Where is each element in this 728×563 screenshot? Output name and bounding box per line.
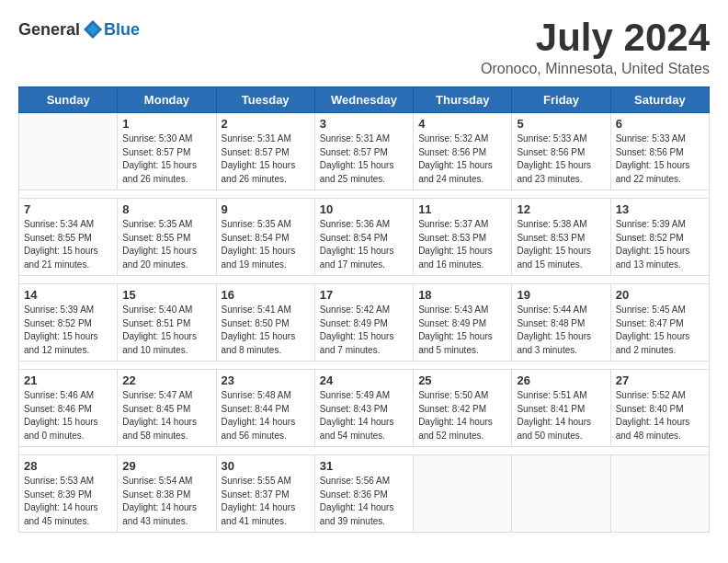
calendar-day-cell: 17Sunrise: 5:42 AMSunset: 8:49 PMDayligh…: [314, 284, 413, 362]
day-number: 18: [418, 288, 506, 302]
day-info: Sunrise: 5:39 AMSunset: 8:52 PMDaylight:…: [24, 304, 112, 357]
calendar-day-cell: 1Sunrise: 5:30 AMSunset: 8:57 PMDaylight…: [118, 113, 216, 190]
logo: General Blue: [18, 18, 140, 40]
calendar-header-row: SundayMondayTuesdayWednesdayThursdayFrid…: [19, 87, 710, 113]
calendar-day-cell: 16Sunrise: 5:41 AMSunset: 8:50 PMDayligh…: [216, 284, 314, 362]
day-info: Sunrise: 5:53 AMSunset: 8:39 PMDaylight:…: [24, 475, 112, 528]
day-number: 30: [222, 459, 310, 473]
day-number: 24: [320, 373, 408, 387]
day-of-week-header: Monday: [118, 87, 216, 113]
calendar-day-cell: 22Sunrise: 5:47 AMSunset: 8:45 PMDayligh…: [118, 370, 216, 447]
day-info: Sunrise: 5:46 AMSunset: 8:46 PMDaylight:…: [24, 389, 112, 442]
logo-icon: [82, 18, 104, 40]
day-number: 20: [616, 288, 704, 302]
day-number: 11: [418, 202, 506, 216]
day-number: 28: [24, 459, 112, 473]
day-info: Sunrise: 5:45 AMSunset: 8:47 PMDaylight:…: [616, 304, 704, 357]
day-info: Sunrise: 5:49 AMSunset: 8:43 PMDaylight:…: [320, 389, 408, 442]
calendar-day-cell: 30Sunrise: 5:55 AMSunset: 8:37 PMDayligh…: [216, 455, 314, 533]
day-info: Sunrise: 5:51 AMSunset: 8:41 PMDaylight:…: [517, 389, 605, 442]
day-of-week-header: Sunday: [19, 87, 118, 113]
day-number: 14: [24, 288, 112, 302]
calendar-day-cell: 3Sunrise: 5:31 AMSunset: 8:57 PMDaylight…: [314, 113, 413, 190]
calendar-day-cell: 31Sunrise: 5:56 AMSunset: 8:36 PMDayligh…: [314, 455, 413, 533]
day-number: 22: [122, 373, 210, 387]
calendar-day-cell: [19, 113, 118, 190]
day-info: Sunrise: 5:48 AMSunset: 8:44 PMDaylight:…: [222, 389, 310, 442]
calendar-day-cell: 29Sunrise: 5:54 AMSunset: 8:38 PMDayligh…: [118, 455, 216, 533]
day-info: Sunrise: 5:37 AMSunset: 8:53 PMDaylight:…: [418, 218, 506, 271]
day-of-week-header: Thursday: [414, 87, 512, 113]
calendar-day-cell: 23Sunrise: 5:48 AMSunset: 8:44 PMDayligh…: [216, 370, 314, 447]
calendar-day-cell: [610, 455, 709, 533]
calendar-day-cell: 13Sunrise: 5:39 AMSunset: 8:52 PMDayligh…: [610, 199, 709, 276]
calendar-week-row: 14Sunrise: 5:39 AMSunset: 8:52 PMDayligh…: [19, 284, 710, 362]
page-header: General Blue July 2024 Oronoco, Minnesot…: [18, 18, 710, 77]
day-number: 3: [320, 117, 408, 131]
day-info: Sunrise: 5:35 AMSunset: 8:54 PMDaylight:…: [222, 218, 310, 271]
day-of-week-header: Tuesday: [216, 87, 314, 113]
title-section: July 2024 Oronoco, Minnesota, United Sta…: [481, 18, 710, 77]
day-info: Sunrise: 5:41 AMSunset: 8:50 PMDaylight:…: [222, 304, 310, 357]
calendar-day-cell: 10Sunrise: 5:36 AMSunset: 8:54 PMDayligh…: [314, 199, 413, 276]
calendar-day-cell: 8Sunrise: 5:35 AMSunset: 8:55 PMDaylight…: [118, 199, 216, 276]
calendar-day-cell: 9Sunrise: 5:35 AMSunset: 8:54 PMDaylight…: [216, 199, 314, 276]
day-info: Sunrise: 5:31 AMSunset: 8:57 PMDaylight:…: [222, 132, 310, 186]
logo-text-general: General: [18, 20, 80, 40]
week-separator: [19, 362, 710, 370]
calendar-day-cell: 4Sunrise: 5:32 AMSunset: 8:56 PMDaylight…: [414, 113, 512, 190]
calendar-day-cell: 24Sunrise: 5:49 AMSunset: 8:43 PMDayligh…: [314, 370, 413, 447]
day-number: 12: [517, 202, 605, 216]
month-title: July 2024: [481, 18, 710, 57]
day-info: Sunrise: 5:39 AMSunset: 8:52 PMDaylight:…: [616, 218, 704, 271]
location-title: Oronoco, Minnesota, United States: [481, 61, 710, 77]
day-info: Sunrise: 5:34 AMSunset: 8:55 PMDaylight:…: [24, 218, 112, 271]
calendar-week-row: 28Sunrise: 5:53 AMSunset: 8:39 PMDayligh…: [19, 455, 710, 533]
calendar-day-cell: 12Sunrise: 5:38 AMSunset: 8:53 PMDayligh…: [512, 199, 610, 276]
day-info: Sunrise: 5:43 AMSunset: 8:49 PMDaylight:…: [418, 304, 506, 357]
day-number: 7: [24, 202, 112, 216]
calendar-day-cell: 19Sunrise: 5:44 AMSunset: 8:48 PMDayligh…: [512, 284, 610, 362]
day-number: 31: [320, 459, 408, 473]
day-info: Sunrise: 5:33 AMSunset: 8:56 PMDaylight:…: [616, 132, 704, 186]
calendar-day-cell: 7Sunrise: 5:34 AMSunset: 8:55 PMDaylight…: [19, 199, 118, 276]
day-of-week-header: Saturday: [610, 87, 709, 113]
day-info: Sunrise: 5:36 AMSunset: 8:54 PMDaylight:…: [320, 218, 408, 271]
calendar-week-row: 1Sunrise: 5:30 AMSunset: 8:57 PMDaylight…: [19, 113, 710, 190]
day-number: 2: [222, 117, 310, 131]
day-number: 27: [616, 373, 704, 387]
day-number: 1: [122, 117, 210, 131]
day-info: Sunrise: 5:56 AMSunset: 8:36 PMDaylight:…: [320, 475, 408, 528]
calendar-week-row: 21Sunrise: 5:46 AMSunset: 8:46 PMDayligh…: [19, 370, 710, 447]
day-info: Sunrise: 5:42 AMSunset: 8:49 PMDaylight:…: [320, 304, 408, 357]
day-number: 17: [320, 288, 408, 302]
calendar-day-cell: 26Sunrise: 5:51 AMSunset: 8:41 PMDayligh…: [512, 370, 610, 447]
day-number: 19: [517, 288, 605, 302]
day-info: Sunrise: 5:32 AMSunset: 8:56 PMDaylight:…: [418, 132, 506, 186]
day-info: Sunrise: 5:38 AMSunset: 8:53 PMDaylight:…: [517, 218, 605, 271]
day-number: 29: [122, 459, 210, 473]
day-info: Sunrise: 5:55 AMSunset: 8:37 PMDaylight:…: [222, 475, 310, 528]
day-number: 13: [616, 202, 704, 216]
day-number: 26: [517, 373, 605, 387]
calendar-day-cell: 18Sunrise: 5:43 AMSunset: 8:49 PMDayligh…: [414, 284, 512, 362]
day-info: Sunrise: 5:30 AMSunset: 8:57 PMDaylight:…: [122, 132, 210, 186]
day-of-week-header: Wednesday: [314, 87, 413, 113]
day-of-week-header: Friday: [512, 87, 610, 113]
calendar-day-cell: 21Sunrise: 5:46 AMSunset: 8:46 PMDayligh…: [19, 370, 118, 447]
calendar-day-cell: 27Sunrise: 5:52 AMSunset: 8:40 PMDayligh…: [610, 370, 709, 447]
day-number: 6: [616, 117, 704, 131]
calendar-day-cell: 14Sunrise: 5:39 AMSunset: 8:52 PMDayligh…: [19, 284, 118, 362]
day-number: 23: [222, 373, 310, 387]
day-info: Sunrise: 5:50 AMSunset: 8:42 PMDaylight:…: [418, 389, 506, 442]
day-number: 4: [418, 117, 506, 131]
calendar-day-cell: 15Sunrise: 5:40 AMSunset: 8:51 PMDayligh…: [118, 284, 216, 362]
day-info: Sunrise: 5:54 AMSunset: 8:38 PMDaylight:…: [122, 475, 210, 528]
day-number: 21: [24, 373, 112, 387]
day-number: 25: [418, 373, 506, 387]
day-info: Sunrise: 5:47 AMSunset: 8:45 PMDaylight:…: [122, 389, 210, 442]
logo-text-blue: Blue: [104, 20, 140, 39]
week-separator: [19, 447, 710, 455]
day-number: 10: [320, 202, 408, 216]
calendar-table: SundayMondayTuesdayWednesdayThursdayFrid…: [18, 86, 710, 533]
